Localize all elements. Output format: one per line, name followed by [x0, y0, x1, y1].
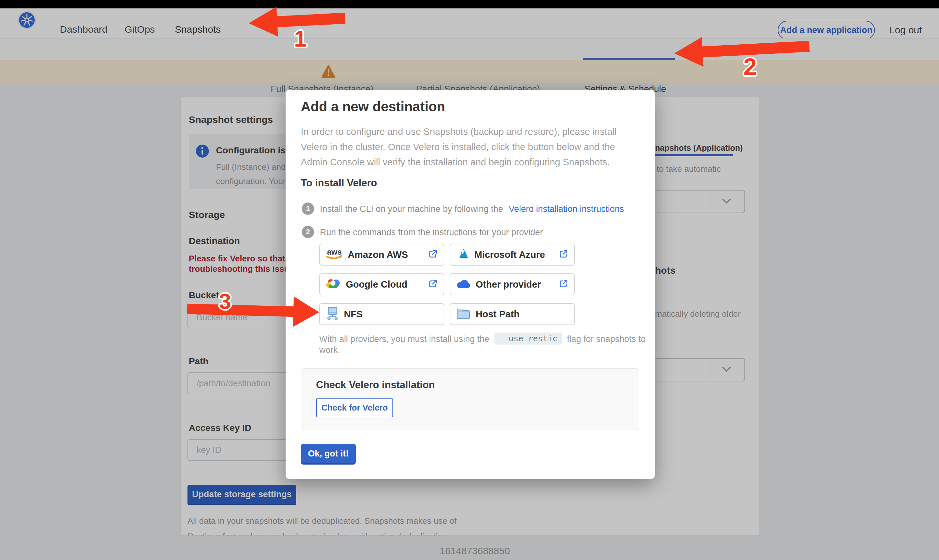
restic-note-before: With all providers, you must install usi…	[319, 334, 489, 344]
provider-label: Microsoft Azure	[474, 249, 558, 260]
check-velero-heading: Check Velero installation	[316, 379, 435, 391]
step-1-text: Install the CLI on your machine by follo…	[320, 204, 624, 214]
folder-icon	[456, 307, 470, 321]
annotation-number-3: 3	[219, 289, 231, 314]
restic-flag-code: --use-restic	[495, 332, 562, 345]
check-for-velero-button[interactable]: Check for Velero	[316, 398, 393, 417]
provider-label: Amazon AWS	[348, 249, 428, 260]
annotation-number-1: 1	[294, 26, 307, 52]
provider-nfs[interactable]: NFS	[319, 303, 444, 325]
velero-instructions-link[interactable]: Velero installation instructions	[509, 204, 624, 214]
provider-label: Google Cloud	[346, 279, 428, 290]
modal-title: Add a new destination	[301, 99, 445, 114]
restic-note: With all providers, you must install usi…	[319, 333, 655, 355]
arrow-head	[293, 296, 319, 328]
arrow-body	[187, 304, 294, 317]
provider-google-cloud[interactable]: Google Cloud	[319, 273, 444, 295]
provider-microsoft-azure[interactable]: Microsoft Azure	[450, 244, 575, 266]
provider-label: Host Path	[476, 309, 568, 320]
azure-icon	[456, 248, 469, 262]
svg-text:aws: aws	[327, 248, 342, 256]
add-destination-modal: Add a new destination In order to config…	[285, 90, 655, 479]
ok-got-it-button[interactable]: Ok, got it!	[301, 444, 356, 465]
annotation-arrow-3	[187, 294, 319, 328]
google-cloud-icon	[326, 278, 341, 291]
aws-icon: aws	[326, 248, 342, 262]
external-link-icon	[558, 249, 568, 260]
step-2-badge: 2	[302, 226, 314, 238]
check-velero-panel: Check Velero installation Check for Vele…	[302, 368, 639, 430]
provider-label: Other provider	[476, 279, 558, 290]
provider-other[interactable]: Other provider	[450, 273, 575, 295]
step-1-badge: 1	[302, 203, 314, 215]
provider-host-path[interactable]: Host Path	[450, 303, 575, 325]
modal-intro-text: In order to configure and use Snapshots …	[301, 124, 624, 170]
provider-amazon-aws[interactable]: aws Amazon AWS	[319, 244, 444, 266]
step-2-text: Run the commands from the instructions f…	[320, 228, 543, 237]
step-1-label: Install the CLI on your machine by follo…	[320, 204, 503, 214]
external-link-icon	[428, 279, 438, 290]
provider-label: NFS	[344, 309, 438, 320]
external-link-icon	[558, 279, 568, 290]
screen: Dashboard GitOps Snapshots Add a new app…	[0, 0, 939, 560]
nfs-icon	[326, 307, 339, 322]
install-velero-heading: To install Velero	[301, 177, 377, 189]
arrow-head	[674, 37, 704, 68]
external-link-icon	[428, 249, 438, 260]
cloud-icon	[456, 278, 470, 291]
arrow-head	[248, 7, 278, 38]
arrow-body	[276, 12, 345, 27]
annotation-number-2: 2	[743, 53, 757, 80]
